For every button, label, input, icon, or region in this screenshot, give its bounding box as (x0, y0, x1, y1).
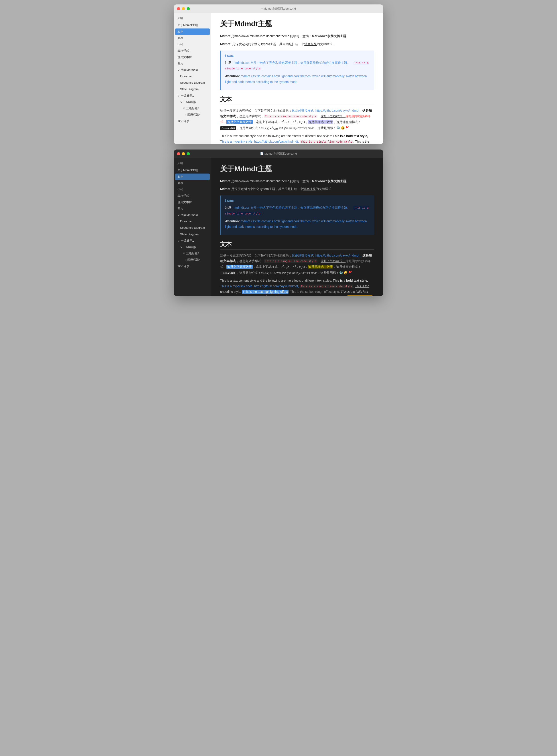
sidebar-item-code[interactable]: 代码 (174, 41, 211, 48)
link-en[interactable]: This is a hyperlink style: https://githu… (220, 140, 299, 143)
mdmdt-bold-2-dark: Mdmdt (220, 187, 230, 191)
page-main-title-dark: 关于Mdmdt主题 (220, 164, 374, 174)
close-button-dark[interactable] (177, 152, 180, 155)
callout-attention-en-dark: Attention: (225, 219, 240, 223)
code-inline-en-dark: This is a single line code style (300, 285, 353, 288)
window-title-dark: 📄 Mdmdt主题演示demo.md (260, 152, 297, 156)
sidebar-item-h3[interactable]: ∨ 三级标题3 (174, 105, 211, 112)
sidebar-item-text[interactable]: 文本 (175, 29, 210, 35)
sidebar-item-code-dark[interactable]: 代码 (174, 186, 211, 193)
callout-title-dark: ℹ Note (225, 198, 370, 203)
maximize-button[interactable] (187, 7, 190, 10)
text-para-1-en: This is a text content style and the fol… (220, 133, 374, 144)
sidebar-item-quote[interactable]: 引用文本框 (174, 54, 211, 61)
sidebar-item-flowchart[interactable]: Flowchart (174, 73, 211, 80)
math-zh-dark: u(t,x,y) = 1/(2πc) ∂/∂t ∬ m²(m+n)/√(c²t²… (261, 272, 318, 275)
strike-en-dark: This is the strikethrough effect style, (290, 290, 340, 293)
sidebar-item-mermaid-dark[interactable]: ∨ 图表Mermaid (174, 212, 211, 219)
mouse-select-zh-dark: 这是鼠标选中效果 (308, 265, 333, 269)
sidebar-item-state[interactable]: State Diagram (174, 86, 211, 93)
titlebar-light: ≈ Mdmdt主题演示demo.md (174, 4, 383, 13)
sidebar-item-quote-dark[interactable]: 引用文本框 (174, 199, 211, 206)
window-title: ≈ Mdmdt主题演示demo.md (261, 7, 296, 11)
titlebar-dark: 📄 Mdmdt主题演示demo.md (174, 150, 383, 158)
underline-text: 清爽极简 (304, 42, 317, 46)
page-main-title: 关于Mdmdt主题 (220, 19, 374, 29)
content-dark: 关于Mdmdt主题 Mdmdt 是markdown minimalism doc… (211, 158, 383, 296)
sidebar-item-image[interactable]: 图片 (174, 61, 211, 67)
light-window: ≈ Mdmdt主题演示demo.md 大纲 关于Mdmdt主题 文本 列表 代码… (174, 4, 383, 144)
highlight-zh-dark: 这是文字高亮效果 (226, 265, 253, 269)
sidebar-item-h4[interactable]: › 四级标题4 (174, 112, 211, 118)
traffic-lights-light (177, 7, 190, 10)
minimize-button-dark[interactable] (182, 152, 185, 155)
callout-box-dark: ℹ Note 注意：mdmdt.css 文件中包含了亮色和暗色两者主题，会跟随系… (220, 195, 374, 235)
mdmdt-bold-2: Mdmdt (220, 42, 230, 46)
italic-zh-dark: 这是斜体字样式， (239, 259, 264, 263)
sidebar-item-h2[interactable]: ∨ 二级标题2 (174, 99, 211, 105)
app-body-light: 大纲 关于Mdmdt主题 文本 列表 代码 表格样式 引用文本框 图片 ∨ 图表… (174, 13, 383, 144)
underline-text-dark: 清爽极简 (303, 187, 316, 191)
highlight-en-dark: This is the text highlighting effect (242, 290, 289, 294)
sidebar-item-sequence[interactable]: Sequence Diagram (174, 80, 211, 86)
minimize-button[interactable] (182, 7, 185, 10)
sidebar-item-toc[interactable]: TOC目录 (174, 118, 211, 125)
sidebar-item-sequence-dark[interactable]: Sequence Diagram (174, 225, 211, 231)
sidebar-item-state-dark[interactable]: State Diagram (174, 231, 211, 238)
sidebar-item-about[interactable]: 关于Mdmdt主题 (174, 22, 211, 29)
underline-zh: 这是下划线样式， (321, 114, 346, 118)
italic-zh: 这是斜体字样式， (239, 114, 264, 118)
mouse-select-zh: 这是鼠标选中效果 (308, 120, 333, 124)
sidebar-item-flowchart-dark[interactable]: Flowchart (174, 218, 211, 225)
theme-name-bold-dark: Markdown极简文档主题。 (312, 179, 349, 183)
callout-box-light: ℹ Note 注意：mdmdt.css 文件中包含了亮色和暗色两者主题，会跟随系… (220, 51, 374, 90)
callout-attention-en: Attention: (225, 74, 240, 78)
link-zh[interactable]: 这是超链接样式: https://github.com/cayxc/mdmdt， (292, 109, 362, 112)
file-icon: ≈ (261, 7, 264, 10)
kbd-zh-dark: Command+Q (220, 271, 236, 275)
code-inline-zh-dark: This is a single line code style (264, 259, 318, 263)
close-button[interactable] (177, 7, 180, 10)
sidebar-heading-dark: 大纲 (174, 161, 211, 167)
callout-link-zh: mdmdt.css 文件中包含了亮色和暗色两者主题，会跟随系统模式自动切换亮暗主… (234, 61, 350, 65)
callout-link-en-dark: mdmdt.css file contains both light and d… (225, 219, 367, 228)
highlight-zh: 这是文字高亮效果 (226, 120, 253, 124)
sidebar-item-text-dark[interactable]: 文本 (175, 174, 210, 180)
callout-link-zh-dark: mdmdt.css 文件中包含了亮色和暗色两者主题，会跟随系统模式自动切换亮暗主… (234, 206, 350, 209)
math-zh: u(t,x,y) = ∂/2πc ∂/∂t ∬ m²(m+n)/√(c²t²-r… (261, 127, 315, 130)
sidebar-item-h3-dark[interactable]: ∨ 三级标题3 (174, 250, 211, 257)
text-para-1-zh-dark: 这是一段正文内容样式，以下是不同文本样式效果：这是超链接样式: https://… (220, 253, 374, 276)
callout-link-en: mdmdt.css file contains both light and d… (225, 74, 367, 84)
callout-title-light: ℹ Note (225, 54, 370, 59)
maximize-button-dark[interactable] (187, 152, 190, 155)
sidebar-item-toc-dark[interactable]: TOC目录 (174, 263, 211, 270)
link-zh-dark[interactable]: 这是超链接样式: https://github.com/cayxc/mdmdt， (292, 254, 362, 257)
latex-zh: LATEX (281, 120, 289, 124)
sidebar-dark: 大纲 关于Mdmdt主题 文本 列表 代码 表格样式 引用文本框 图片 ∨ 图表… (174, 158, 211, 296)
link-en-dark[interactable]: This is a hyperlink style: https://githu… (220, 284, 299, 288)
underline-zh-dark: 这是下划线样式， (321, 259, 346, 263)
sidebar-item-h4-dark[interactable]: › 四级标题4 (174, 257, 211, 263)
sidebar-item-about-dark[interactable]: 关于Mdmdt主题 (174, 167, 211, 174)
sidebar-item-table[interactable]: 表格样式 (174, 48, 211, 54)
sidebar-item-list-dark[interactable]: 列表 (174, 180, 211, 186)
intro-para-2: Mdmdt1 是深度定制的个性化Typora主题，其目的是打造一个清爽极简的文档… (220, 41, 374, 47)
intro-para-1: Mdmdt 是markdown minimalism document them… (220, 33, 374, 39)
sidebar-light: 大纲 关于Mdmdt主题 文本 列表 代码 表格样式 引用文本框 图片 ∨ 图表… (174, 13, 211, 144)
mdmdt-bold-1: Mdmdt (220, 34, 230, 38)
callout-en-text: Attention: mdmdt.css file contains both … (225, 73, 370, 85)
sidebar-item-table-dark[interactable]: 表格样式 (174, 193, 211, 199)
app-body-dark: 大纲 关于Mdmdt主题 文本 列表 代码 表格样式 引用文本框 图片 ∨ 图表… (174, 158, 383, 296)
sidebar-item-image-dark[interactable]: 图片 (174, 206, 211, 212)
sidebar-item-h2-dark[interactable]: ∨ 二级标题2 (174, 244, 211, 251)
sup-1: 1 (230, 42, 232, 44)
mdmdt-bold-1-dark: Mdmdt (220, 179, 230, 183)
sidebar-item-h1[interactable]: ∨ 一级标题1 (174, 93, 211, 99)
section-title-text: 文本 (220, 95, 374, 105)
sidebar-item-mermaid[interactable]: ∨ 图表Mermaid (174, 67, 211, 73)
callout-attention-zh: 注意： (225, 61, 234, 65)
sidebar-item-list[interactable]: 列表 (174, 35, 211, 41)
callout-en-text-dark: Attention: mdmdt.css file contains both … (225, 219, 370, 230)
sidebar-item-h1-dark[interactable]: ∨ 一级标题1 (174, 238, 211, 244)
code-inline-en: This is a single line code style (300, 140, 353, 144)
